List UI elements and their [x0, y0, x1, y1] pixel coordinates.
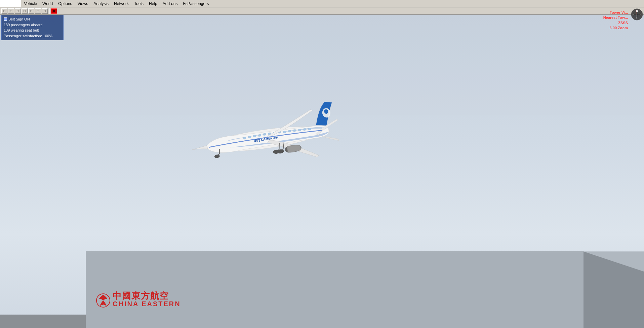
menu-world[interactable]: World	[40, 0, 55, 7]
menu-help[interactable]: Help	[146, 0, 160, 7]
china-eastern-chinese: 中國東方航空	[113, 291, 169, 300]
belt-indicator	[4, 17, 7, 21]
passengers-label: 139 passengers aboard	[4, 22, 61, 28]
svg-rect-21	[303, 128, 306, 131]
menu-options[interactable]: Options	[55, 0, 75, 7]
menu-analysis[interactable]: Analysis	[91, 0, 111, 7]
building: 中國東方航空 CHINA EASTERN	[86, 251, 644, 328]
china-eastern-english: CHINA EASTERN	[113, 300, 181, 308]
svg-rect-11	[253, 135, 256, 137]
toolbar-close-btn[interactable]: ✕	[51, 8, 57, 14]
svg-rect-10	[248, 136, 251, 138]
menu-scenario[interactable]: Scenario	[0, 0, 21, 7]
svg-rect-19	[293, 129, 296, 132]
toolbar-btn-7[interactable]: □	[42, 8, 48, 14]
menu-views[interactable]: Views	[75, 0, 91, 7]
svg-rect-17	[283, 131, 286, 133]
toolbar-btn-3[interactable]: □	[15, 8, 21, 14]
toolbar-btn-5[interactable]: □	[28, 8, 34, 14]
svg-rect-18	[288, 130, 291, 132]
menu-fspassengers[interactable]: FsPassengers	[180, 0, 211, 7]
belt-sign-label: Belt Sign ON	[8, 16, 30, 22]
satisfaction-label: Passenger satisfaction: 100%	[4, 33, 61, 39]
zoom-level: 6.00 Zoom	[603, 26, 628, 31]
menubar: Scenario Vehicle World Options Views Ana…	[0, 0, 644, 7]
svg-rect-20	[298, 129, 301, 131]
svg-text:W: W	[632, 13, 634, 15]
svg-text:E: E	[640, 13, 641, 15]
svg-rect-12	[258, 134, 261, 137]
svg-point-26	[214, 154, 220, 158]
building-facade	[86, 251, 583, 328]
menu-tools[interactable]: Tools	[131, 0, 146, 7]
viewport: 廈門 XIAMEN AIR 中國東方航空 CHINA EASTERN	[0, 15, 644, 328]
menu-network[interactable]: Network	[111, 0, 131, 7]
toolbar-btn-1[interactable]: □	[1, 8, 7, 14]
china-eastern-logo: 中國東方航空 CHINA EASTERN	[113, 291, 181, 308]
seatbelt-label: 139 wearing seat belt	[4, 28, 61, 33]
toolbar-btn-2[interactable]: □	[8, 8, 14, 14]
svg-rect-9	[243, 137, 246, 139]
toolbar-btn-4[interactable]: □	[22, 8, 28, 14]
ground-strip	[0, 315, 86, 328]
compass-icon: N S W E	[631, 8, 643, 21]
toolbar-btn-6[interactable]: □	[35, 8, 41, 14]
menu-addons[interactable]: Add-ons	[160, 0, 180, 7]
svg-rect-22	[308, 128, 311, 130]
nearest-tower-label: Nearest Tow...	[603, 15, 628, 20]
svg-rect-13	[263, 133, 266, 136]
airport-code: ZSSS	[603, 20, 628, 26]
top-right-info: N S W E Tower Vi... Nearest Tow... ZSSS …	[602, 9, 644, 32]
airplane-svg: 廈門 XIAMEN AIR	[185, 98, 347, 180]
toolbar-separator	[49, 8, 50, 14]
menu-vehicle[interactable]: Vehicle	[21, 0, 40, 7]
tower-view-label: Tower Vi...	[603, 10, 628, 15]
airplane: 廈門 XIAMEN AIR	[185, 98, 347, 180]
info-panel: Belt Sign ON 139 passengers aboard 139 w…	[1, 15, 64, 40]
toolbar: □ □ □ □ □ □ □ ✕	[0, 7, 644, 15]
building-right-panel	[583, 251, 644, 328]
crane-logo-icon	[96, 290, 111, 312]
